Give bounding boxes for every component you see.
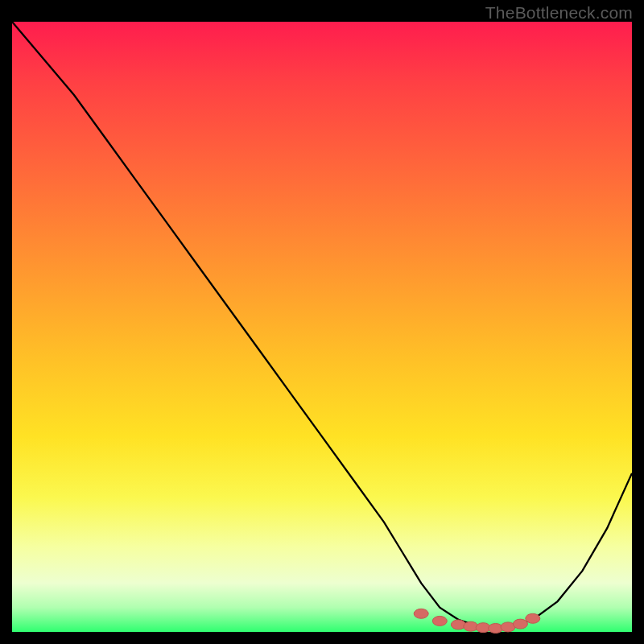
optimum-markers: [414, 609, 540, 633]
optimum-marker: [526, 613, 540, 623]
bottleneck-curve: [12, 22, 632, 629]
optimum-marker: [513, 619, 527, 629]
watermark-text: TheBottleneck.com: [485, 3, 633, 23]
gradient-plot-area: [12, 22, 632, 632]
curve-svg: [12, 22, 632, 632]
optimum-marker: [414, 609, 428, 618]
chart-container: TheBottleneck.com: [0, 0, 644, 644]
optimum-marker: [432, 616, 447, 625]
